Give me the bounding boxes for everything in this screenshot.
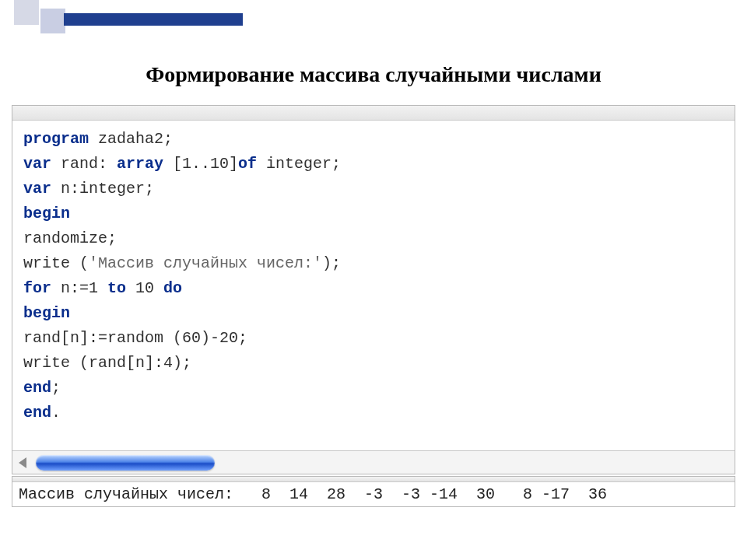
code-text: 10: [126, 279, 163, 297]
code-line: begin: [23, 201, 724, 226]
code-text: rand:: [51, 155, 117, 173]
code-line: var n:integer;: [23, 177, 724, 201]
keyword: var: [23, 155, 51, 173]
source-code: program zadaha2; var rand: array [1..10]…: [12, 121, 735, 432]
code-line: begin: [23, 301, 724, 326]
code-text: zadaha2;: [89, 130, 173, 148]
code-editor-frame: program zadaha2; var rand: array [1..10]…: [12, 105, 735, 474]
keyword: of: [238, 155, 257, 173]
code-line: var rand: array [1..10]of integer;: [23, 152, 724, 177]
code-text: [1..10]: [163, 155, 238, 173]
slide-title: Формирование массива случайными числами: [0, 62, 747, 87]
code-text: ;: [51, 379, 61, 397]
code-line: write (rand[n]:4);: [23, 351, 724, 376]
code-text: rand[n]:=random (60)-20;: [23, 329, 247, 347]
deco-square: [40, 9, 65, 33]
code-text: .: [51, 404, 61, 422]
deco-bar: [64, 13, 243, 26]
string-literal: 'Массив случайных чисел:': [89, 254, 322, 272]
editor-header-strip: [12, 106, 735, 121]
code-line: for n:=1 to 10 do: [23, 276, 724, 301]
code-line: randomize;: [23, 226, 724, 251]
scroll-left-icon[interactable]: [19, 457, 26, 468]
code-text: n:integer;: [51, 180, 154, 198]
keyword: var: [23, 180, 51, 198]
keyword: do: [163, 279, 182, 297]
keyword: begin: [23, 205, 70, 222]
output-panel: Массив случайных чисел: 8 14 28 -3 -3 -1…: [12, 476, 735, 507]
code-text: randomize;: [23, 229, 117, 247]
horizontal-scrollbar[interactable]: [12, 450, 735, 474]
code-text: integer;: [257, 155, 341, 173]
scroll-thumb[interactable]: [36, 455, 215, 471]
code-text: write (rand[n]:4);: [23, 354, 191, 372]
code-line: program zadaha2;: [23, 127, 724, 152]
keyword: array: [117, 155, 163, 173]
keyword: for: [23, 279, 51, 297]
keyword: program: [23, 130, 89, 148]
code-text: write (: [23, 254, 89, 272]
program-output: Массив случайных чисел: 8 14 28 -3 -3 -1…: [12, 482, 735, 506]
code-line: end.: [23, 401, 724, 425]
code-line: end;: [23, 376, 724, 401]
code-line: write ('Массив случайных чисел:');: [23, 251, 724, 276]
keyword: to: [107, 279, 126, 297]
code-line: rand[n]:=random (60)-20;: [23, 326, 724, 351]
output-header-strip: [12, 477, 735, 482]
keyword: begin: [23, 304, 70, 322]
keyword: end: [23, 379, 51, 397]
deco-square: [14, 0, 39, 25]
keyword: end: [23, 404, 51, 422]
code-text: );: [322, 254, 341, 272]
slide-decoration: [0, 0, 249, 39]
code-text: n:=1: [51, 279, 107, 297]
